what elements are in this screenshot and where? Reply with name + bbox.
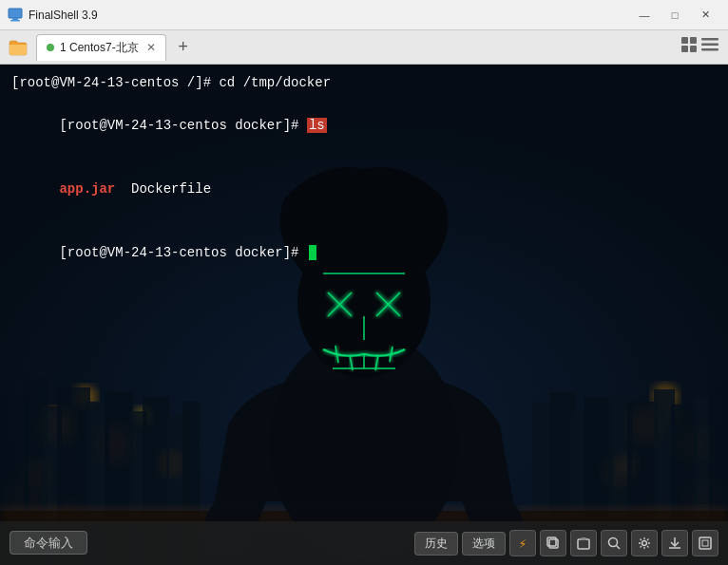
bottombar-right: 历史 选项 ⚡ (414, 530, 718, 556)
download-button[interactable] (661, 530, 688, 556)
copy-button[interactable] (540, 530, 566, 556)
svg-rect-1 (12, 18, 18, 20)
options-button[interactable]: 选项 (462, 532, 506, 556)
app-icon (8, 8, 23, 23)
add-tab-button[interactable]: + (170, 34, 197, 61)
svg-rect-8 (701, 44, 718, 47)
tab-status-dot (47, 44, 54, 51)
terminal-area[interactable]: [root@VM-24-13-centos /]# cd /tmp/docker… (0, 65, 728, 565)
command-input-label[interactable]: 命令输入 (10, 531, 87, 555)
paste-icon (577, 537, 590, 550)
app-title: FinalShell 3.9 (29, 9, 629, 22)
grid-view-button[interactable] (680, 36, 698, 58)
session-tab[interactable]: 1 Centos7-北京 ✕ (36, 34, 166, 61)
bottombar: 命令输入 历史 选项 ⚡ (0, 521, 728, 565)
folder-button[interactable] (4, 34, 32, 61)
tabbar: 1 Centos7-北京 ✕ + (0, 30, 728, 65)
terminal-line-1: [root@VM-24-13-centos /]# cd /tmp/docker (11, 72, 717, 93)
minimize-button[interactable]: — (629, 6, 660, 25)
menu-button[interactable] (701, 38, 718, 56)
terminal-dockerfile: Dockerfile (115, 181, 211, 197)
settings-button[interactable] (631, 530, 658, 556)
svg-rect-4 (690, 37, 697, 44)
terminal-line-3: app.jar Dockerfile (11, 158, 717, 221)
svg-rect-2 (10, 20, 20, 22)
svg-line-80 (617, 546, 621, 550)
tabbar-right-controls (680, 36, 724, 58)
bolt-button[interactable]: ⚡ (509, 530, 536, 556)
terminal-line-4: [root@VM-24-13-centos docker]# (11, 221, 717, 285)
svg-rect-85 (702, 540, 708, 546)
bolt-icon: ⚡ (519, 536, 527, 552)
tab-label: 1 Centos7-北京 (60, 40, 139, 56)
close-button[interactable]: ✕ (690, 6, 720, 25)
search-button[interactable] (601, 530, 627, 556)
terminal-prompt-4: [root@VM-24-13-centos docker]# (59, 245, 306, 260)
terminal-appjar: app.jar (59, 181, 115, 197)
svg-rect-77 (578, 539, 589, 549)
svg-rect-84 (699, 537, 711, 549)
window-controls: — □ ✕ (629, 6, 720, 25)
svg-rect-78 (581, 537, 586, 540)
svg-rect-0 (9, 9, 22, 18)
terminal-prompt-2: [root@VM-24-13-centos docker]# (59, 118, 306, 133)
svg-point-81 (642, 541, 647, 546)
svg-rect-9 (701, 48, 718, 51)
tab-close-button[interactable]: ✕ (146, 41, 156, 54)
maximize-button[interactable]: □ (660, 6, 690, 25)
svg-rect-5 (681, 46, 688, 52)
terminal-output: [root@VM-24-13-centos /]# cd /tmp/docker… (0, 65, 728, 292)
svg-rect-3 (681, 37, 688, 44)
svg-rect-7 (701, 38, 718, 41)
gear-icon (638, 537, 651, 550)
resize-button[interactable] (692, 530, 718, 556)
command-input-area[interactable]: 命令输入 (10, 535, 87, 552)
search-icon (607, 537, 621, 550)
download-icon (668, 537, 681, 550)
history-button[interactable]: 历史 (414, 532, 458, 556)
titlebar: FinalShell 3.9 — □ ✕ (0, 0, 728, 30)
copy-icon (546, 537, 560, 550)
paste-button[interactable] (570, 530, 597, 556)
svg-point-79 (609, 538, 618, 547)
terminal-cmd-ls: ls (307, 118, 327, 133)
terminal-cursor (309, 245, 316, 260)
terminal-line-2: [root@VM-24-13-centos docker]# ls (11, 93, 717, 157)
svg-rect-6 (690, 46, 697, 52)
resize-icon (699, 537, 712, 550)
